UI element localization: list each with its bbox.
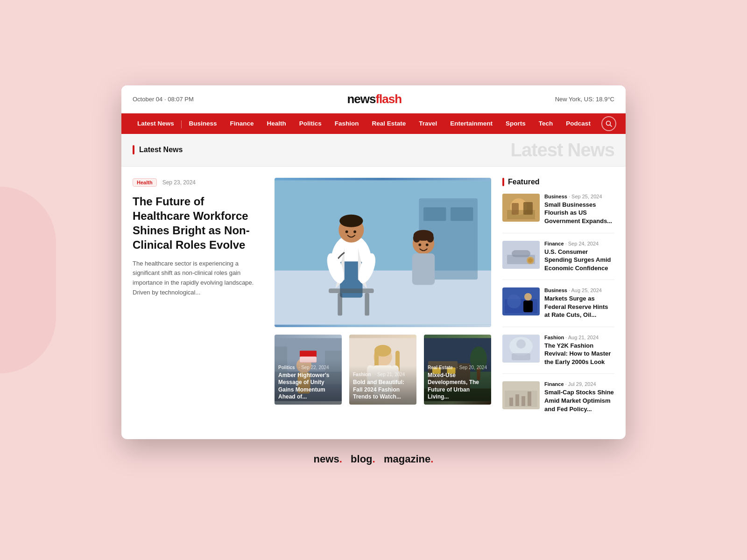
politics-tag: Politics: [278, 365, 295, 370]
thumb-illustration-5: [502, 381, 540, 409]
svg-point-19: [427, 233, 434, 242]
nav-item-politics[interactable]: Politics: [293, 113, 328, 134]
svg-point-67: [524, 293, 532, 301]
svg-rect-77: [521, 396, 525, 406]
thumb-illustration-4: [502, 335, 540, 363]
featured-item-title-4: The Y2K Fashion Revival: How to Master t…: [544, 342, 614, 366]
nav-item-podcast[interactable]: Podcast: [559, 113, 597, 134]
featured-cat-3: Business: [544, 287, 567, 293]
realestate-tag: Real Estate: [428, 365, 453, 370]
svg-rect-58: [523, 202, 533, 215]
nav-item-entertainment[interactable]: Entertainment: [444, 113, 499, 134]
bg-shape: [0, 187, 56, 373]
featured-item-title-3: Markets Surge as Federal Reserve Hints a…: [544, 294, 614, 319]
politics-date: · Sep 22, 2024: [299, 365, 329, 370]
featured-item-4[interactable]: Fashion · Aug 21, 2024 The Y2K Fashion R…: [502, 335, 614, 374]
svg-point-24: [353, 231, 356, 233]
featured-cat-2: Finance: [544, 241, 564, 246]
footer-word3: magazine.: [384, 453, 433, 465]
footer-word1: news.: [314, 453, 342, 465]
svg-rect-61: [512, 250, 530, 257]
site-logo[interactable]: newsflash: [347, 92, 402, 106]
article-tag[interactable]: Health: [133, 178, 157, 187]
featured-item-5[interactable]: Finance · Jul 29, 2024 Small-Cap Stocks …: [502, 381, 614, 420]
nav-item-finance[interactable]: Finance: [223, 113, 260, 134]
nav-item-business[interactable]: Business: [182, 113, 223, 134]
featured-item-1[interactable]: Business · Sep 25, 2024 Small Businesses…: [502, 194, 614, 233]
featured-item-3-text: Business · Aug 25, 2024 Markets Surge as…: [544, 287, 614, 319]
nav-item-sports[interactable]: Sports: [499, 113, 532, 134]
svg-point-21: [418, 244, 421, 246]
section-title: Latest News: [139, 146, 183, 154]
featured-meta-1: Business · Sep 25, 2024: [544, 194, 614, 199]
svg-rect-57: [512, 203, 519, 215]
fashion-overlay: Fashion · Sep 21, 2024 Bold and Beautifu…: [349, 366, 416, 405]
nav-item-latest-news[interactable]: Latest News: [131, 113, 181, 134]
right-sidebar: Featured Business · Sep 25, 2024: [502, 178, 614, 428]
svg-rect-26: [338, 293, 342, 315]
left-article: Health Sep 23, 2024 The Future of Health…: [133, 178, 263, 428]
fashion-date: · Sep 21, 2024: [374, 372, 405, 377]
featured-title: Featured: [508, 178, 540, 186]
svg-rect-71: [512, 353, 530, 360]
featured-thumb-3: [502, 287, 540, 315]
nav-item-health[interactable]: Health: [260, 113, 292, 134]
thumb-illustration-3: [502, 287, 540, 315]
hero-image[interactable]: [275, 178, 491, 327]
svg-rect-68: [523, 301, 533, 312]
footer-word2: blog.: [351, 453, 375, 465]
svg-rect-75: [509, 398, 513, 406]
section-accent-bar: [133, 145, 134, 154]
svg-point-66: [507, 294, 521, 308]
fashion-title: Bold and Beautiful: Fall 2024 Fashion Tr…: [353, 379, 413, 401]
realestate-overlay: Real Estate · Sep 20, 2024 Mixed-Use Dev…: [424, 359, 491, 405]
search-icon: [606, 120, 612, 127]
featured-item-3[interactable]: Business · Aug 25, 2024 Markets Surge as…: [502, 287, 614, 327]
thumb-illustration-2: [502, 241, 540, 269]
article-date: Sep 23, 2024: [162, 179, 196, 186]
featured-meta-5: Finance · Jul 29, 2024: [544, 381, 614, 387]
section-header: Latest News Latest News: [121, 134, 626, 167]
browser-window: October 04 · 08:07 PM newsflash New York…: [121, 85, 626, 439]
fashion-tag: Fashion: [353, 372, 371, 377]
svg-point-72: [516, 339, 526, 349]
featured-item-1-text: Business · Sep 25, 2024 Small Businesses…: [544, 194, 614, 225]
nav-item-tech[interactable]: Tech: [532, 113, 560, 134]
thumb-illustration-1: [502, 194, 540, 222]
featured-item-2[interactable]: Finance · Sep 24, 2024 U.S. Consumer Spe…: [502, 241, 614, 280]
date-display: October 04 · 08:07 PM: [133, 96, 194, 103]
featured-accent-bar: [502, 178, 504, 186]
svg-rect-6: [451, 207, 473, 221]
svg-point-23: [345, 231, 348, 233]
svg-rect-76: [515, 394, 519, 406]
section-watermark-text: Latest News: [511, 140, 614, 161]
nav-item-travel[interactable]: Travel: [412, 113, 444, 134]
bottom-image-realestate[interactable]: Real Estate · Sep 20, 2024 Mixed-Use Dev…: [424, 335, 491, 405]
footer-text: news. blog. magazine.: [314, 453, 434, 465]
politics-title: Amber Hightower's Message of Unity Gains…: [278, 372, 338, 401]
svg-rect-25: [329, 288, 374, 293]
article-title[interactable]: The Future of Healthcare Workforce Shine…: [133, 194, 263, 252]
svg-line-1: [610, 125, 612, 126]
politics-overlay: Politics · Sep 22, 2024 Amber Hightower'…: [275, 359, 342, 405]
logo-flash: flash: [375, 92, 402, 106]
svg-point-18: [413, 233, 420, 242]
featured-thumb-4: [502, 335, 540, 363]
footer-tagline: news. blog. magazine.: [314, 439, 434, 475]
featured-cat-1: Business: [544, 194, 567, 199]
bottom-images: Politics · Sep 22, 2024 Amber Hightower'…: [275, 335, 491, 405]
article-tag-row: Health Sep 23, 2024: [133, 178, 263, 189]
nav-bar: Latest News | Business Finance Health Po…: [121, 113, 626, 134]
nav-item-fashion[interactable]: Fashion: [328, 113, 366, 134]
hero-illustration: [275, 178, 491, 327]
bottom-image-fashion[interactable]: Fashion · Sep 21, 2024 Bold and Beautifu…: [349, 335, 416, 405]
svg-point-63: [528, 258, 533, 263]
article-excerpt: The healthcare sector is experiencing a …: [133, 259, 263, 298]
bottom-image-politics[interactable]: Politics · Sep 22, 2024 Amber Hightower'…: [275, 335, 342, 405]
featured-item-5-text: Finance · Jul 29, 2024 Small-Cap Stocks …: [544, 381, 614, 413]
main-content: Health Sep 23, 2024 The Future of Health…: [121, 167, 626, 439]
search-button[interactable]: [601, 116, 616, 131]
nav-item-realestate[interactable]: Real Estate: [365, 113, 412, 134]
featured-item-title-1: Small Businesses Flourish as US Governme…: [544, 201, 614, 225]
featured-item-4-text: Fashion · Aug 21, 2024 The Y2K Fashion R…: [544, 335, 614, 366]
